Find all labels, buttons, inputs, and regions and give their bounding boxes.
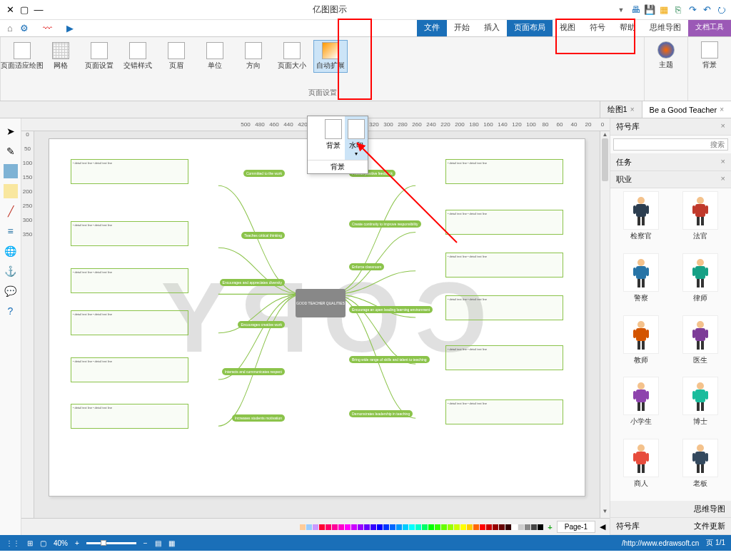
topic-node[interactable]: Encourage an open leading learning envir… — [349, 306, 433, 313]
zoom-level[interactable]: 40% — [54, 539, 68, 547]
folder-icon[interactable]: ▦ — [658, 4, 670, 16]
tab-insert[interactable]: 插入 — [477, 20, 507, 36]
topic-node[interactable]: Enforce classroom — [349, 263, 384, 270]
background-button[interactable]: 背景 — [692, 40, 727, 71]
panel-update[interactable]: 文件更新符号库 — [610, 518, 731, 535]
color-swatch[interactable] — [313, 524, 318, 530]
orientation-button[interactable]: 方向 — [236, 41, 271, 72]
color-swatch[interactable] — [332, 524, 338, 530]
symbol-item[interactable]: 医生 — [672, 315, 729, 375]
status-icon[interactable]: ▢ — [40, 539, 46, 547]
line-tool-icon[interactable]: ╱ — [4, 204, 18, 218]
color-swatch[interactable] — [518, 524, 524, 530]
symbol-item[interactable]: 教师 — [613, 315, 670, 375]
color-swatch[interactable] — [403, 524, 408, 530]
print-icon[interactable]: 🖶 — [630, 4, 641, 16]
topic-node[interactable]: Encourages creative work — [238, 321, 285, 328]
tab-file[interactable]: 文件 — [417, 20, 447, 36]
symbol-item[interactable]: 小学生 — [613, 377, 670, 436]
page-setup-button[interactable]: 页面设置 — [82, 41, 116, 72]
pen-tool-icon[interactable]: ✎ — [4, 144, 18, 158]
color-swatch[interactable] — [538, 524, 543, 530]
canvas[interactable]: COPY — [34, 131, 600, 518]
tab-view[interactable]: 视图 — [553, 20, 583, 36]
tab-symbol[interactable]: 符号 — [583, 20, 612, 36]
color-swatch[interactable] — [499, 524, 505, 530]
panel-category[interactable]: 思维导图 — [610, 501, 731, 518]
dropdown-icon[interactable]: ▼ — [615, 4, 627, 16]
zoom-out-icon[interactable]: − — [143, 539, 148, 547]
topic-node[interactable]: Teaches critical thinking — [241, 232, 285, 239]
play-icon[interactable]: ▶ — [64, 23, 76, 34]
zoom-slider[interactable] — [86, 542, 136, 544]
chat-tool-icon[interactable]: 💬 — [4, 284, 18, 298]
central-topic[interactable]: GOOD TEACHER QUALITIES — [296, 289, 346, 317]
scrollbar-vertical[interactable]: ▲ ▼ — [600, 131, 610, 518]
context-tab[interactable]: 文档工具 — [688, 20, 731, 36]
new-icon[interactable]: ⎘ — [672, 4, 684, 16]
refresh-icon[interactable]: ⭮ — [715, 4, 727, 16]
status-icon[interactable]: ⋮⋮ — [6, 539, 20, 547]
auto-layout-button[interactable]: 自动扩展 — [313, 40, 348, 73]
theme-button[interactable]: 主题 — [649, 40, 683, 71]
topic-node[interactable]: Interacts and communicates respect — [222, 368, 285, 375]
view-mode-icon[interactable]: ▦ — [168, 539, 175, 547]
doc-tab-drawing1[interactable]: ×绘图1 — [600, 101, 642, 118]
page-tab-1[interactable]: Page-1 — [557, 521, 595, 533]
color-swatch[interactable] — [505, 524, 511, 530]
image-tool-icon[interactable] — [4, 184, 18, 198]
color-swatch[interactable] — [377, 524, 383, 530]
topic-node[interactable]: Create continuity to improve responsibil… — [349, 220, 421, 228]
color-palette[interactable] — [300, 524, 543, 530]
color-swatch[interactable] — [467, 524, 473, 530]
color-swatch[interactable] — [390, 524, 395, 530]
color-swatch[interactable] — [486, 524, 492, 530]
close-tab-icon[interactable]: × — [720, 106, 724, 113]
anchor-tool-icon[interactable]: ⚓ — [4, 264, 18, 278]
symbol-item[interactable]: 老板 — [672, 439, 729, 498]
color-swatch[interactable] — [345, 524, 351, 530]
color-swatch[interactable] — [531, 524, 537, 530]
color-swatch[interactable] — [428, 524, 434, 530]
close-icon[interactable]: ✕ — [4, 4, 16, 16]
symbol-item[interactable]: 律师 — [672, 253, 729, 312]
color-swatch[interactable] — [422, 524, 428, 530]
color-swatch[interactable] — [370, 524, 376, 530]
color-swatch[interactable] — [396, 524, 402, 530]
color-swatch[interactable] — [493, 524, 498, 530]
color-swatch[interactable] — [448, 524, 453, 530]
page-size-button[interactable]: 页面大小 — [275, 41, 309, 72]
symbol-item[interactable]: 博士 — [672, 377, 729, 436]
color-swatch[interactable] — [326, 524, 331, 530]
topic-node[interactable]: Committed to the work — [243, 170, 285, 177]
symbol-item[interactable]: 商人 — [613, 439, 670, 498]
color-swatch[interactable] — [512, 524, 518, 530]
watermark-option[interactable]: 水印▾ — [345, 116, 368, 160]
help-tool-icon[interactable]: ? — [4, 304, 18, 318]
save-icon[interactable]: 💾 — [644, 4, 655, 16]
topic-node[interactable]: Bring wide range of skills and talent to… — [349, 356, 430, 363]
symbol-item[interactable]: 法官 — [672, 191, 729, 250]
color-swatch[interactable] — [306, 524, 312, 530]
color-swatch[interactable] — [435, 524, 440, 530]
color-swatch[interactable] — [338, 524, 344, 530]
grid-button[interactable]: 网格 — [44, 41, 78, 72]
color-swatch[interactable] — [383, 524, 389, 530]
color-swatch[interactable] — [460, 524, 466, 530]
unit-button[interactable]: 单位 — [198, 41, 232, 72]
color-swatch[interactable] — [454, 524, 460, 530]
symbol-item[interactable]: 检察官 — [613, 191, 670, 250]
color-swatch[interactable] — [441, 524, 447, 530]
doc-tab-teacher[interactable]: ×Be a Good Teacher — [642, 101, 731, 118]
color-swatch[interactable] — [415, 524, 421, 530]
undo-icon[interactable]: ↶ — [701, 4, 712, 16]
color-swatch[interactable] — [319, 524, 325, 530]
status-icon[interactable]: ⊞ — [27, 539, 33, 547]
fit-drawing-button[interactable]: 交错样式 — [121, 41, 155, 72]
maximize-icon[interactable]: ▢ — [19, 4, 30, 16]
color-swatch[interactable] — [525, 524, 530, 530]
redo-icon[interactable]: ↷ — [687, 4, 698, 16]
gear-icon[interactable]: ⚙ — [19, 23, 30, 34]
panel-section-job[interactable]: ×职业 — [610, 171, 731, 188]
symbol-item[interactable]: 警察 — [613, 253, 670, 312]
